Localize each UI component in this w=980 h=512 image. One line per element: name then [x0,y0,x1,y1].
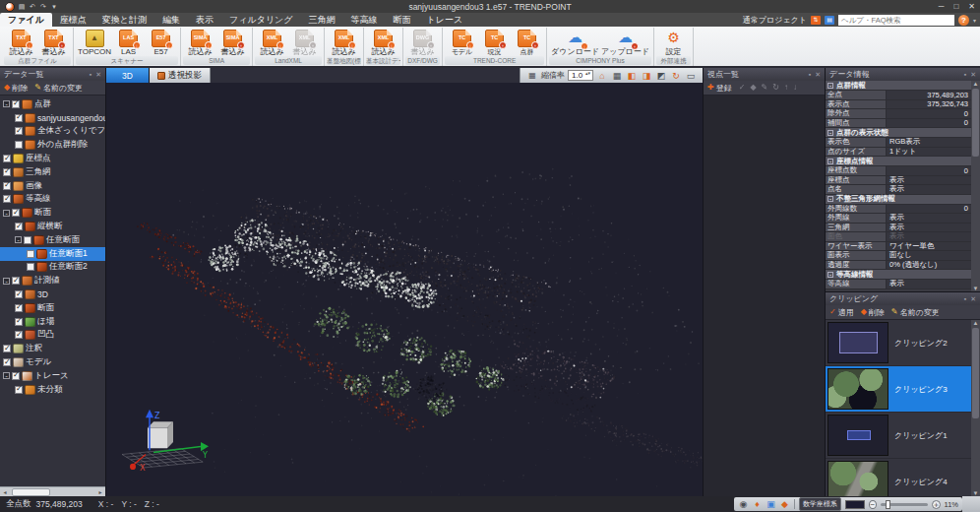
visibility-checkbox[interactable] [27,250,34,258]
image-overlay-icon[interactable]: ▣ [766,499,776,510]
undo-icon[interactable]: ↶ [29,3,36,11]
move-down-icon[interactable]: ↓ [793,84,797,92]
ribbon-button-書込み[interactable]: DWG↑書込み [406,29,439,57]
panel-pin-icon[interactable]: ▪ [90,71,92,78]
menu-tab-フィルタリング[interactable]: フィルタリング [221,13,300,27]
clipping-item-クリッピング2[interactable]: クリッピング2 [826,320,971,366]
info-section-header[interactable]: -点群の表示状態 [826,128,971,138]
hscroll-thumb[interactable] [12,488,50,496]
tree-item-三角網[interactable]: 三角網 [0,165,105,179]
tree-item-計測値[interactable]: -計測値 [0,274,105,288]
zoom-slider-thumb[interactable] [886,500,890,509]
zoom-out-button[interactable]: − [869,500,877,509]
visibility-checkbox[interactable] [15,304,23,312]
削除-button[interactable]: ◆削除 [4,83,28,94]
panel-pin-icon[interactable]: ▪ [809,71,811,78]
menu-tab-表示[interactable]: 表示 [188,13,221,27]
clipping-vscrollbar[interactable]: ▲ ▼ [971,320,980,496]
visibility-checkbox[interactable] [3,168,11,176]
menu-tab-トレース[interactable]: トレース [419,13,471,27]
tree-item-sanjyuusangendou3[interactable]: sanjyuusangendou3 [0,111,105,125]
coordinate-system-button[interactable]: 数学座標系 [799,497,841,511]
visibility-checkbox[interactable] [3,155,11,162]
ribbon-button-読込み[interactable]: TXT↓読込み [5,29,37,57]
scale-spinner[interactable]: 1.0 [568,70,593,81]
register-viewpoint-button[interactable]: ✚ 登録 [707,83,732,94]
visibility-checkbox[interactable] [15,127,23,135]
zoom-slider[interactable] [881,503,928,506]
side-view-icon[interactable]: ◨ [641,70,652,82]
visibility-checkbox[interactable] [12,277,20,285]
visibility-checkbox[interactable] [3,182,11,190]
menu-tab-ファイル[interactable]: ファイル [0,13,52,27]
panel-pin-icon[interactable]: ▪ [964,71,966,78]
viewport-tab-3d[interactable]: 3D [106,68,150,83]
resize-grip[interactable] [962,496,980,512]
marker-icon[interactable]: ◆ [779,499,790,510]
tree-item-注釈[interactable]: 注釈 [0,342,105,355]
refresh-viewpoint-icon[interactable]: ↻ [772,84,779,92]
panel-pin-icon[interactable]: ▪ [964,295,966,302]
ribbon-button-ダウンロード[interactable]: ↓ダウンロード [550,29,600,57]
ribbon-button-書込み[interactable]: SIMA↑書込み [216,29,249,57]
clipping-item-クリッピング3[interactable]: クリッピング3 [826,366,971,413]
ribbon-button-読込み[interactable]: XML↓読込み [256,29,288,57]
info-section-header[interactable]: -不整三角形網情報 [826,195,971,205]
cloud-status-icon[interactable]: ▤ [825,16,834,25]
help-button[interactable]: ? [958,15,969,26]
visibility-checkbox[interactable] [15,318,23,326]
visibility-checkbox[interactable] [12,372,20,380]
ribbon-button-読込み[interactable]: SIMA↓読込み [184,29,216,57]
visibility-checkbox[interactable] [3,345,11,352]
visibility-checkbox[interactable] [12,209,20,217]
menu-tab-変換と計測[interactable]: 変換と計測 [94,13,154,27]
rename-viewpoint-icon[interactable]: ✎ [762,84,768,92]
tree-item-任意断面[interactable]: -任意断面 [0,233,105,247]
visibility-checkbox[interactable] [15,290,23,298]
名前の変更-button[interactable]: ✎名前の変更 [34,83,83,94]
clipping-item-クリッピング1[interactable]: クリッピング1 [826,413,971,459]
zoom-fit-icon[interactable]: ▦ [611,70,623,82]
data-list-hscrollbar[interactable]: ◂ ▸ [0,486,105,496]
tree-item-断面[interactable]: -断面 [0,206,105,220]
tree-item-ほ場[interactable]: ほ場 [0,315,105,329]
tree-item-任意断面1[interactable]: 任意断面1 [0,247,105,261]
move-up-icon[interactable]: ↑ [784,84,788,92]
tree-item-3D[interactable]: 3D [0,288,105,301]
redo-icon[interactable]: ↷ [39,3,47,11]
名前の変更-button[interactable]: ✎名前の変更 [891,307,940,318]
app-logo-icon[interactable] [5,2,15,12]
ribbon-button-読込み[interactable]: XML↓読込み [367,29,399,57]
menu-tab-等高線[interactable]: 等高線 [343,13,386,27]
section-collapse-icon[interactable]: - [827,272,833,278]
capture-icon[interactable]: ▭ [685,70,697,82]
ribbon-button-読込み[interactable]: XML↓読込み [328,29,360,57]
info-vscrollbar[interactable]: ▲ ▼ [971,81,980,291]
front-view-icon[interactable]: ◧ [626,70,638,82]
tree-item-点群[interactable]: -点群 [0,97,105,111]
help-search-input[interactable] [838,15,954,26]
info-section-header[interactable]: -座標点情報 [826,157,971,166]
tree-item-モデル[interactable]: モデル [0,355,105,369]
3d-viewport[interactable]: ZYX [106,83,703,496]
top-view-icon[interactable]: ◩ [655,70,667,82]
visibility-checkbox[interactable] [15,141,23,149]
qat-customize-caret-icon[interactable]: ▾ [50,3,58,11]
tree-expander-icon[interactable]: - [3,100,10,107]
適用-button[interactable]: ✓適用 [829,307,854,318]
visibility-checkbox[interactable] [15,114,23,122]
menu-tab-断面[interactable]: 断面 [386,13,419,27]
help-caret-icon[interactable]: ▾ [973,17,976,24]
visibility-checkbox[interactable] [15,331,23,339]
tree-item-等高線[interactable]: 等高線 [0,193,105,207]
tree-item-未分類[interactable]: 未分類 [0,383,105,397]
tree-item-任意断面2[interactable]: 任意断面2 [0,261,105,275]
tree-item-座標点[interactable]: 座標点 [0,152,105,165]
section-collapse-icon[interactable]: - [827,130,833,136]
background-color-swatch[interactable] [845,500,865,509]
tree-item-断面[interactable]: 断面 [0,301,105,315]
project-switch-icon[interactable]: ⇅ [811,16,821,25]
section-collapse-icon[interactable]: - [827,159,833,164]
section-collapse-icon[interactable]: - [827,83,833,89]
panel-close-icon[interactable]: ✕ [815,71,821,78]
